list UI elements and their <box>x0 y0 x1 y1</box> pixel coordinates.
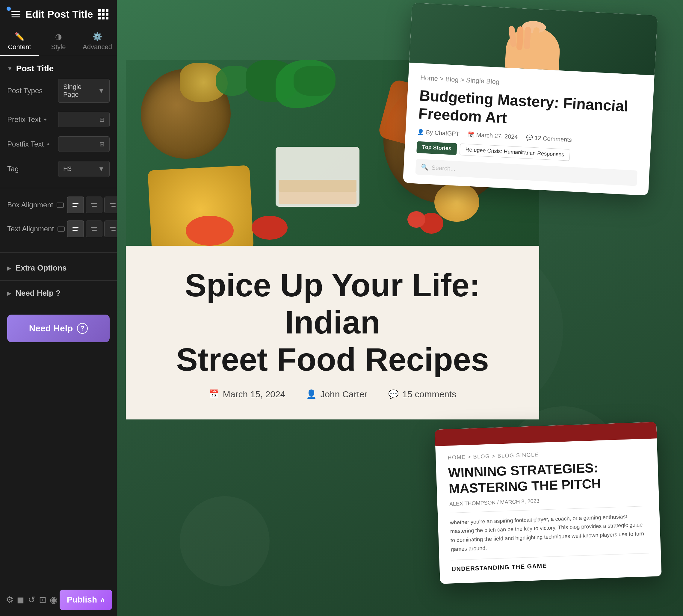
content-tab-icon: ✏️ <box>15 32 24 41</box>
text-align-center-button[interactable] <box>86 221 103 237</box>
post-types-dropdown[interactable]: Single Page ▼ <box>58 79 110 103</box>
box-alignment-label-wrap: Box Alignment <box>7 201 67 209</box>
text-alignment-label-wrap: Text Alignment <box>7 225 67 233</box>
publish-chevron-icon: ∧ <box>100 596 105 604</box>
tab-content[interactable]: ✏️ Content <box>0 27 39 56</box>
search-icon: 🔍 <box>421 163 429 171</box>
preview-toolbar-icon[interactable]: ◉ <box>48 584 59 616</box>
box-align-left-button[interactable] <box>67 197 84 213</box>
text-alignment-row: Text Alignment <box>7 221 110 237</box>
extra-options-section[interactable]: ▶ Extra Options <box>0 256 117 281</box>
article-comments: 💬 15 comments <box>388 389 456 399</box>
style-tab-label: Style <box>51 43 66 51</box>
extra-options-label: Extra Options <box>16 263 66 273</box>
blog-card-2-author: ALEX THOMPSON / MARCH 3, 2023 <box>449 494 647 507</box>
post-title-section-header[interactable]: ▼ Post Title <box>0 56 117 79</box>
blog-card-1-image <box>409 3 658 75</box>
blue-dot <box>6 6 11 11</box>
postfix-text-row: Postfix Text ✦ ⊞ <box>7 136 110 152</box>
post-title-chevron-down: ▼ <box>7 66 13 72</box>
prefix-dynamic-icon: ✦ <box>43 117 47 123</box>
bottom-toolbar: ⚙ ◼ ↺ ⊡ ◉ Publish ∧ <box>0 583 117 616</box>
post-title-label: Post Title <box>16 64 54 73</box>
postfix-dynamic-icon: ✦ <box>46 141 50 147</box>
blog-card-2-body: whether you're an aspiring football play… <box>450 511 649 554</box>
tag-top-stories: Top Stories <box>416 141 457 155</box>
sidebar-title: Edit Post Title <box>25 8 93 20</box>
sidebar-content: ▼ Post Title Post Types Single Page ▼ Pr… <box>0 56 117 616</box>
postfix-text-label: Postfix Text <box>7 140 44 148</box>
main-title-area: Spice Up Your Life: Indian Street Food R… <box>126 258 539 399</box>
section-divider-2 <box>0 252 117 252</box>
main-article-meta: 📅 March 15, 2024 👤 John Carter 💬 15 comm… <box>144 389 521 399</box>
blog-card-2-footer: UNDERSTANDING THE GAME <box>451 553 649 573</box>
box-alignment-buttons <box>67 197 117 213</box>
blog-card-2-divider <box>450 506 647 513</box>
user-icon: 👤 <box>306 389 317 399</box>
main-article-title: Spice Up Your Life: Indian Street Food R… <box>144 267 521 378</box>
extra-options-header[interactable]: ▶ Extra Options <box>7 256 110 281</box>
responsive-toolbar-icon[interactable]: ⊡ <box>38 584 48 616</box>
box-alignment-monitor-icon <box>57 202 64 207</box>
post-types-row: Post Types Single Page ▼ <box>7 79 110 103</box>
box-alignment-row: Box Alignment <box>7 197 110 213</box>
tag-label: Tag <box>7 165 58 173</box>
dropdown-arrow-icon: ▼ <box>98 87 105 95</box>
box-align-center-button[interactable] <box>86 197 103 213</box>
section-divider-1 <box>0 188 117 188</box>
blog-card-2-breadcrumb: HOME > BLOG > BLOG SINGLE <box>447 448 645 461</box>
grid-button[interactable] <box>98 9 108 20</box>
advanced-tab-label: Advanced <box>83 43 112 51</box>
article-date: 📅 March 15, 2024 <box>209 389 285 399</box>
post-title-section-body: Post Types Single Page ▼ Prefix Text ✦ ⊞ <box>0 79 117 249</box>
post-types-label: Post Types <box>7 87 58 95</box>
comment-icon: 💬 <box>388 389 399 399</box>
prefix-stack-icon: ⊞ <box>100 116 105 123</box>
blog-card-1-search[interactable]: 🔍 Search... <box>415 159 637 186</box>
style-tab-icon: ◑ <box>55 32 62 41</box>
layers-toolbar-icon[interactable]: ◼ <box>16 584 26 616</box>
box-align-right-button[interactable] <box>104 197 117 213</box>
sidebar-header: Edit Post Title <box>0 0 117 27</box>
content-tab-label: Content <box>8 43 31 51</box>
postfix-label-wrap: Postfix Text ✦ <box>7 140 58 148</box>
extra-options-chevron: ▶ <box>7 265 12 271</box>
text-alignment-label: Text Alignment <box>7 225 54 233</box>
need-help-section[interactable]: ▶ Need Help ? <box>0 281 117 306</box>
box-alignment-label: Box Alignment <box>7 201 53 209</box>
prefix-text-row: Prefix Text ✦ ⊞ <box>7 112 110 127</box>
tab-style[interactable]: ◑ Style <box>39 27 78 56</box>
postfix-text-input[interactable]: ⊞ <box>58 136 110 152</box>
advanced-tab-icon: ⚙️ <box>92 32 102 41</box>
article-author: 👤 John Carter <box>306 389 367 399</box>
hamburger-button[interactable] <box>12 11 20 17</box>
help-circle-icon: ? <box>77 323 88 334</box>
text-align-left-button[interactable] <box>67 221 84 237</box>
tag-dropdown[interactable]: H3 ▼ <box>58 161 110 177</box>
prefix-text-label: Prefix Text <box>7 115 41 124</box>
need-help-chevron: ▶ <box>7 290 12 296</box>
prefix-text-input[interactable]: ⊞ <box>58 112 110 127</box>
blog-card-1: Home > Blog > Single Blog Budgeting Mast… <box>403 3 658 196</box>
postfix-stack-icon: ⊞ <box>100 140 105 148</box>
text-alignment-monitor-icon <box>58 226 65 232</box>
text-alignment-buttons <box>67 221 117 237</box>
publish-button[interactable]: Publish ∧ <box>60 590 112 610</box>
tag-row: Tag H3 ▼ <box>7 161 110 177</box>
blog-card-1-title: Budgeting Mastery: Financial Freedom Art <box>418 87 641 134</box>
tab-bar: ✏️ Content ◑ Style ⚙️ Advanced <box>0 27 117 56</box>
blog-card-2: HOME > BLOG > BLOG SINGLE WINNING STRATE… <box>435 422 662 584</box>
text-align-right-button[interactable] <box>104 221 117 237</box>
tag-dropdown-arrow-icon: ▼ <box>98 165 105 173</box>
tab-advanced[interactable]: ⚙️ Advanced <box>78 27 117 56</box>
calendar-icon: 📅 <box>209 389 219 399</box>
blog-card-2-title: WINNING STRATEGIES: MASTERING THE PITCH <box>448 458 646 497</box>
settings-toolbar-icon[interactable]: ⚙ <box>5 584 15 616</box>
sidebar: Edit Post Title ✏️ Content ◑ Style ⚙️ Ad… <box>0 0 117 616</box>
prefix-label-wrap: Prefix Text ✦ <box>7 115 58 124</box>
tag-refugee: Refugee Crisis: Humanitarian Responses <box>460 144 570 161</box>
history-toolbar-icon[interactable]: ↺ <box>27 584 37 616</box>
need-help-section-label: Need Help ? <box>16 288 61 298</box>
need-help-section-header[interactable]: ▶ Need Help ? <box>7 281 110 306</box>
need-help-button[interactable]: Need Help ? <box>7 314 110 342</box>
